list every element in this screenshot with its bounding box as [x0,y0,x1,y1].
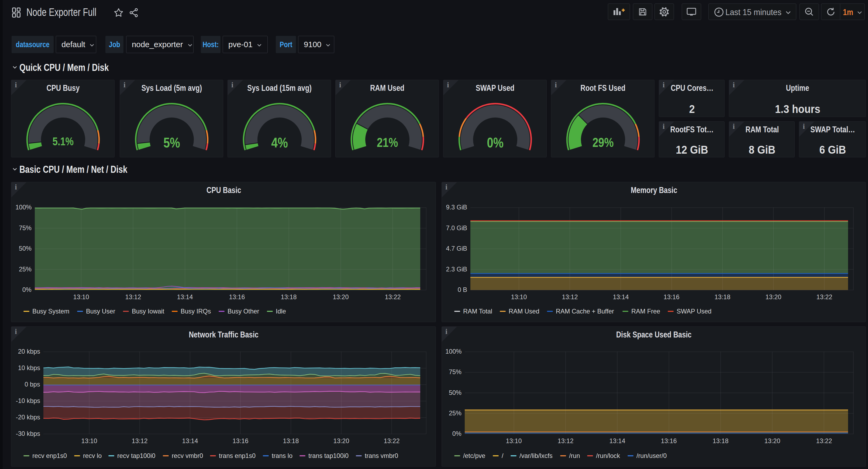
svg-text:29%: 29% [592,135,614,150]
svg-text:8 GiB: 8 GiB [749,143,776,156]
svg-text:5%: 5% [163,135,180,150]
svg-text:5.1%: 5.1% [53,135,73,148]
svg-text:21%: 21% [377,135,398,150]
svg-text:2: 2 [689,102,695,116]
svg-text:0%: 0% [487,135,503,150]
svg-text:1.3 hours: 1.3 hours [775,102,820,116]
svg-text:4%: 4% [271,135,288,150]
svg-text:6 GiB: 6 GiB [819,143,846,156]
svg-text:12 GiB: 12 GiB [676,143,708,156]
